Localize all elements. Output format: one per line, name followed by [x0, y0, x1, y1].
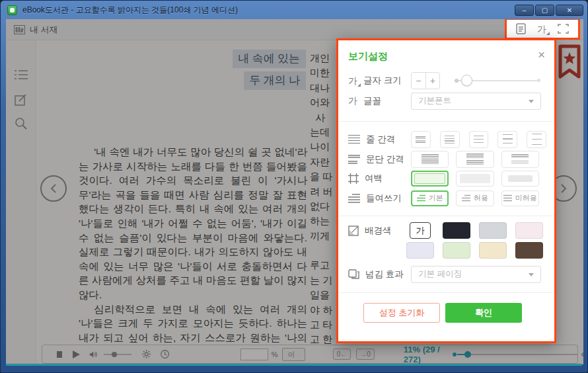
bg-color-icon [348, 226, 359, 236]
page-effect-label: 넘김 효과 [365, 269, 404, 280]
indent-option-default[interactable]: 기본 [411, 190, 449, 206]
font-settings-icon[interactable]: 가 [537, 24, 546, 34]
line-spacing-option-3[interactable] [469, 131, 489, 148]
font-size-row: 가 글자 크기 − + [348, 71, 546, 89]
divider [338, 292, 554, 293]
page-settings-icon[interactable] [516, 23, 526, 34]
indent-option-label: 기본 [429, 193, 443, 203]
paragraph-spacing-option-1[interactable] [411, 151, 449, 168]
indent-option-disallow[interactable]: 미허용 [501, 190, 539, 206]
font-size-slider[interactable] [456, 80, 539, 81]
font-row: 가 글꼴 기본폰트 [348, 92, 546, 110]
bg-swatch-white[interactable]: 가 [410, 222, 431, 239]
panel-title: 보기설정 [348, 50, 388, 63]
margin-row: 여백 [348, 170, 546, 186]
maximize-button[interactable]: ▢ [535, 5, 554, 16]
line-spacing-label: 줄 간격 [366, 134, 395, 145]
font-dropdown-value: 기본폰트 [418, 95, 451, 106]
divider [338, 121, 554, 122]
app-window: eBook도서관 - 고요할수록 밝아지는 것들(100쇄 기념 에디션) – … [0, 0, 588, 373]
indent-icon [348, 194, 360, 203]
reader-content: 내 서재 내 속에 있는 두 개의 나 '내 [6, 19, 583, 364]
window-controls: – ▢ ✕ [515, 5, 583, 16]
view-settings-panel: 보기설정 × 가 글자 크기 − + [336, 38, 556, 343]
paragraph-spacing-icon [348, 155, 360, 164]
font-size-slider-handle[interactable] [461, 75, 472, 86]
font-icon: 가 [348, 95, 357, 107]
bg-color-label: 배경색 [365, 225, 392, 237]
reader-toolbar-highlight: 가 [505, 19, 580, 40]
confirm-button[interactable]: 확인 [445, 303, 522, 323]
line-spacing-row: 줄 간격 [348, 130, 546, 148]
paragraph-spacing-option-3[interactable] [501, 151, 539, 168]
font-dropdown[interactable]: 기본폰트 [411, 93, 541, 110]
panel-close-icon[interactable]: × [538, 48, 545, 61]
reset-settings-button[interactable]: 설정 초기화 [363, 303, 440, 323]
indent-option-label: 미허용 [515, 193, 537, 203]
margin-label: 여백 [365, 173, 383, 185]
close-button[interactable]: ✕ [556, 5, 583, 16]
margin-icon [348, 173, 359, 184]
page-effect-icon [348, 269, 359, 279]
slider-start-dot [455, 79, 459, 83]
bg-color-swatches: 가 [406, 222, 543, 259]
line-spacing-icon [348, 135, 360, 144]
page-effect-dropdown-value: 기본 페이징 [418, 269, 462, 280]
page-effect-dropdown[interactable]: 기본 페이징 [411, 266, 541, 283]
indent-allow-icon [462, 194, 470, 202]
bg-swatch-green[interactable] [443, 242, 470, 259]
indent-disallow-icon [503, 194, 512, 202]
font-size-minus-button[interactable]: − [412, 73, 426, 89]
paragraph-spacing-label: 문단 간격 [366, 153, 404, 165]
minimize-button[interactable]: – [515, 5, 534, 16]
bg-swatch-beige[interactable] [479, 242, 507, 259]
app-icon [7, 5, 17, 15]
bg-swatch-pink[interactable] [515, 222, 543, 239]
indent-option-label: 허용 [474, 193, 488, 203]
line-spacing-option-1[interactable] [411, 131, 431, 148]
fullscreen-icon[interactable] [558, 24, 569, 34]
slider-end-dot [537, 79, 540, 82]
font-size-plus-button[interactable]: + [426, 73, 440, 89]
bg-swatch-lavender[interactable] [406, 242, 434, 259]
font-label: 글꼴 [363, 95, 381, 107]
font-size-label: 글자 크기 [363, 75, 402, 87]
bg-swatch-brown[interactable] [515, 242, 543, 259]
page-effect-row: 넘김 효과 기본 페이징 [348, 265, 546, 283]
window-title: eBook도서관 - 고요할수록 밝아지는 것들(100쇄 기념 에디션) [22, 5, 238, 16]
indent-default-icon [417, 194, 425, 202]
paragraph-spacing-option-2[interactable] [456, 151, 494, 168]
font-size-icon: 가 [348, 76, 357, 85]
divider [338, 216, 554, 216]
indent-row: 들여쓰기 기본 허용 [348, 190, 546, 206]
margin-option-2[interactable] [456, 171, 494, 186]
line-spacing-option-5[interactable] [527, 131, 546, 148]
margin-option-1-selected[interactable] [411, 171, 449, 186]
line-spacing-option-4[interactable] [497, 131, 517, 148]
line-spacing-option-2[interactable] [440, 131, 460, 148]
indent-option-allow[interactable]: 허용 [456, 190, 494, 206]
font-size-stepper[interactable]: − + [411, 72, 440, 89]
bg-swatch-gray[interactable] [479, 222, 507, 239]
bg-swatch-black[interactable] [443, 222, 470, 239]
title-bar: eBook도서관 - 고요할수록 밝아지는 것들(100쇄 기념 에디션) – … [1, 1, 587, 19]
paragraph-spacing-row: 문단 간격 [348, 150, 546, 168]
indent-label: 들여쓰기 [366, 192, 402, 204]
margin-option-3[interactable] [501, 171, 539, 186]
